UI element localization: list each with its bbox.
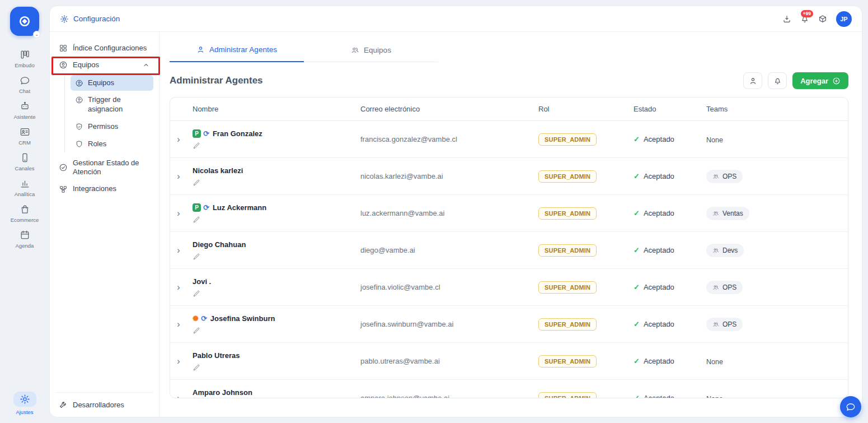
team-label: OPS — [722, 283, 736, 291]
rail-item-chat[interactable]: Chat — [3, 75, 46, 94]
tabs: Administrar Agentes Equipos — [170, 40, 438, 62]
role-badge: SUPER_ADMIN — [538, 133, 597, 146]
agents-notifications-button[interactable] — [768, 72, 787, 89]
notifications-bell-button[interactable]: +99 — [800, 15, 809, 24]
sidebar-item-trigger-de-asignacion[interactable]: Trigger de asignacion — [71, 92, 153, 118]
phone-icon — [20, 152, 30, 163]
download-button[interactable] — [782, 15, 791, 24]
role-badge: SUPER_ADMIN — [538, 318, 597, 331]
agent-email: pablo.utreras@vambe.ai — [360, 357, 538, 365]
edit-agent-icon[interactable] — [193, 179, 200, 187]
rail-item-canales[interactable]: Canales — [3, 152, 46, 171]
sidebar-item-integraciones[interactable]: Integraciones — [55, 180, 153, 197]
updates-button[interactable] — [818, 15, 827, 24]
sidebar-item-label: Equipos — [73, 61, 99, 69]
agent-badges: P⟳ — [193, 203, 209, 212]
sidebar-item-roles[interactable]: Roles — [71, 136, 153, 152]
agent-email: nicolas.karlezi@vambe.ai — [360, 172, 538, 180]
sidebar-item-equipos-group[interactable]: Equipos — [55, 57, 153, 73]
expand-row-icon[interactable]: › — [177, 172, 180, 181]
person-circle-icon — [75, 96, 83, 104]
edit-agent-icon[interactable] — [193, 290, 200, 298]
app-logo[interactable]: ⌄ — [10, 7, 39, 36]
title-row: Administrar Agentes Agregar — [170, 72, 848, 89]
tab-equipos[interactable]: Equipos — [304, 40, 438, 62]
rail-item-agenda[interactable]: Agenda — [3, 230, 46, 249]
sidebar-item-gestionar-estado[interactable]: Gestionar Estado de Atención — [55, 155, 153, 181]
page-actions: Agregar — [743, 72, 848, 89]
contact-card-icon — [20, 127, 30, 137]
expand-row-icon[interactable]: › — [177, 135, 180, 144]
people-icon — [712, 173, 719, 180]
tab-administrar-agentes[interactable]: Administrar Agentes — [170, 40, 304, 62]
gear-icon — [60, 15, 69, 24]
calendar-icon — [20, 230, 30, 240]
person-circle-icon — [59, 61, 68, 69]
people-icon — [712, 210, 719, 217]
edit-agent-icon[interactable] — [193, 364, 200, 371]
sidebar-item-label: Roles — [88, 140, 106, 149]
shield-icon — [75, 140, 83, 148]
rail-item-ajustes[interactable]: Ajustes — [3, 392, 46, 415]
sidebar-item-permisos[interactable]: Permisos — [71, 119, 153, 135]
status-label: Aceptado — [644, 357, 674, 365]
expand-row-icon[interactable]: › — [177, 320, 180, 329]
sync-icon: ⟳ — [201, 315, 207, 322]
agregar-button[interactable]: Agregar — [792, 72, 848, 89]
sidebar-item-indice-configuraciones[interactable]: Índice Configuraciones — [55, 40, 153, 57]
sync-icon: ⟳ — [203, 204, 209, 211]
edit-agent-icon[interactable] — [193, 216, 200, 224]
chat-fab-button[interactable] — [840, 396, 861, 417]
people-icon — [712, 247, 719, 254]
role-badge: SUPER_ADMIN — [538, 281, 597, 294]
robot-icon — [20, 101, 30, 111]
sidebar-item-label: Permisos — [88, 122, 118, 132]
sidebar-item-desarrolladores[interactable]: Desarrolladores — [55, 392, 153, 411]
sidebar-item-equipos[interactable]: Equipos — [71, 75, 153, 91]
status-label: Aceptado — [644, 135, 674, 143]
agent-name: Jovi . — [193, 277, 211, 286]
expand-row-icon[interactable]: › — [177, 357, 180, 366]
column-header-nombre: Nombre — [193, 105, 360, 113]
rail-item-embudo[interactable]: Embudo — [3, 49, 46, 68]
rail-item-ecommerce[interactable]: Ecommerce — [3, 204, 46, 223]
team-chip: Ventas — [706, 207, 749, 220]
people-icon — [351, 46, 359, 54]
rail-item-label: Analítica — [15, 191, 35, 197]
expand-row-icon[interactable]: › — [177, 209, 180, 218]
bell-icon — [773, 77, 782, 85]
main-content: Administrar Agentes Equipos Administrar … — [159, 32, 862, 417]
rail-item-asistente[interactable]: Asistente — [3, 101, 46, 120]
app-root: ⌄ Embudo Chat Asistente CRM Canales — [0, 0, 868, 423]
sidebar-item-label: Trigger de asignacion — [88, 95, 149, 114]
chat-bubble-icon — [20, 75, 30, 86]
status-label: Aceptado — [644, 209, 674, 217]
user-avatar[interactable]: JP — [836, 11, 852, 27]
gear-icon — [13, 392, 36, 407]
agent-name: Diego Chahuan — [193, 240, 246, 249]
edit-agent-icon[interactable] — [193, 253, 200, 261]
expand-row-icon[interactable]: › — [177, 394, 180, 399]
rail-item-crm[interactable]: CRM — [3, 127, 46, 146]
expand-row-icon[interactable]: › — [177, 283, 180, 292]
role-badge: SUPER_ADMIN — [538, 392, 597, 399]
settings-sidebar: Índice Configuraciones Equipos Equipos — [50, 32, 159, 417]
column-header-correo: Correo electrónico — [360, 105, 538, 113]
agents-filter-button[interactable] — [743, 72, 762, 89]
rail-item-analitica[interactable]: Analítica — [3, 178, 46, 197]
p-badge-icon: P — [193, 129, 201, 138]
table-header: Nombre Correo electrónico Rol Estado Tea… — [170, 97, 848, 121]
team-none: None — [706, 395, 723, 399]
team-label: Devs — [722, 247, 738, 254]
notification-count-badge: +99 — [801, 10, 813, 17]
logo-expander-icon: ⌄ — [33, 31, 40, 38]
expand-row-icon[interactable]: › — [177, 246, 180, 255]
team-chip: OPS — [706, 170, 743, 183]
agent-name: Luz Ackermann — [213, 203, 266, 212]
left-rail: ⌄ Embudo Chat Asistente CRM Canales — [0, 0, 49, 423]
agent-name: Amparo Johnson — [193, 388, 252, 397]
edit-agent-icon[interactable] — [193, 142, 200, 150]
team-chip: Devs — [706, 244, 744, 257]
sidebar-item-label: Gestionar Estado de Atención — [73, 159, 150, 177]
edit-agent-icon[interactable] — [193, 327, 200, 334]
